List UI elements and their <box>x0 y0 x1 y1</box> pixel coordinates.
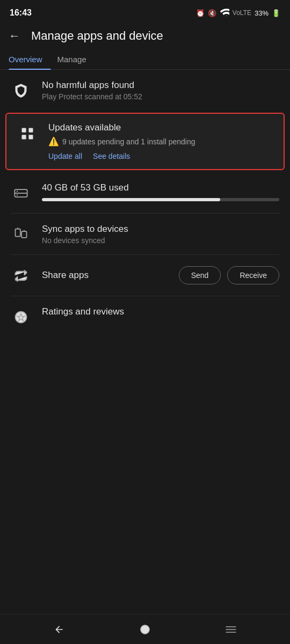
svg-rect-9 <box>16 229 20 237</box>
signal-icon: VoLTE <box>233 9 251 17</box>
play-protect-subtitle: Play Protect scanned at 05:52 <box>42 92 279 101</box>
receive-button[interactable]: Receive <box>227 266 279 284</box>
storage-content: 40 GB of 53 GB used <box>42 182 279 201</box>
battery-text: 33% <box>255 9 269 17</box>
status-icons: ⏰ 🔇 VoLTE 33% 🔋 <box>196 9 280 18</box>
svg-point-7 <box>17 191 18 192</box>
tabs-bar: Overview Manage <box>0 49 290 70</box>
storage-icon <box>11 183 31 203</box>
updates-title: Updates available <box>48 122 273 133</box>
share-icon <box>11 266 31 286</box>
updates-actions: Update all See details <box>48 152 273 160</box>
header: ← Manage apps and device <box>0 24 290 49</box>
wifi-icon <box>220 9 229 18</box>
nav-home-button[interactable] <box>136 621 154 638</box>
back-button[interactable]: ← <box>9 29 20 43</box>
sync-icon <box>11 224 31 245</box>
play-protect-content: No harmful apps found Play Protect scann… <box>42 79 279 101</box>
storage-item: 40 GB of 53 GB used <box>0 172 290 213</box>
apps-grid-icon <box>17 123 38 144</box>
play-protect-title: No harmful apps found <box>42 79 279 91</box>
warning-triangle-icon: ⚠️ <box>48 136 59 147</box>
status-time: 16:43 <box>10 8 32 18</box>
status-bar: 16:43 ⏰ 🔇 VoLTE 33% 🔋 <box>0 0 290 24</box>
svg-point-8 <box>17 194 18 195</box>
svg-point-0 <box>226 16 228 16</box>
updates-warning-row: ⚠️ 9 updates pending and 1 install pendi… <box>48 136 273 147</box>
update-all-button[interactable]: Update all <box>48 152 82 160</box>
updates-content: Updates available ⚠️ 9 updates pending a… <box>48 122 273 160</box>
updates-section: Updates available ⚠️ 9 updates pending a… <box>5 113 285 170</box>
ratings-item: Ratings and reviews <box>0 296 290 337</box>
share-apps-item: Share apps Send Receive <box>0 255 290 296</box>
sync-apps-content: Sync apps to devices No devices synced <box>42 223 279 245</box>
tab-overview[interactable]: Overview <box>9 49 51 69</box>
nav-back-button[interactable] <box>50 621 68 638</box>
send-button[interactable]: Send <box>179 266 221 284</box>
share-buttons: Send Receive <box>179 266 279 284</box>
svg-rect-3 <box>22 135 26 139</box>
shield-icon <box>11 80 31 101</box>
sync-apps-subtitle: No devices synced <box>42 236 279 245</box>
sync-apps-item: Sync apps to devices No devices synced <box>0 214 290 254</box>
svg-rect-1 <box>22 128 26 133</box>
storage-bar <box>42 198 279 201</box>
svg-rect-2 <box>28 128 33 133</box>
share-apps-title: Share apps <box>42 269 168 281</box>
star-icon <box>11 307 31 327</box>
navigation-bar <box>0 614 290 644</box>
tab-manage[interactable]: Manage <box>57 49 95 69</box>
play-protect-item: No harmful apps found Play Protect scann… <box>0 70 290 111</box>
content-area: No harmful apps found Play Protect scann… <box>0 70 290 337</box>
nav-recents-button[interactable] <box>222 621 240 638</box>
storage-title: 40 GB of 53 GB used <box>42 182 279 194</box>
share-apps-content: Share apps <box>42 269 168 281</box>
ratings-content: Ratings and reviews <box>42 306 279 318</box>
mute-icon: 🔇 <box>208 9 216 17</box>
updates-pending-text: 9 updates pending and 1 install pending <box>62 137 195 146</box>
ratings-title: Ratings and reviews <box>42 306 279 318</box>
sync-apps-title: Sync apps to devices <box>42 223 279 235</box>
alarm-icon: ⏰ <box>196 9 205 17</box>
storage-bar-fill <box>42 198 220 201</box>
battery-icon: 🔋 <box>272 9 280 17</box>
page-title: Manage apps and device <box>31 29 163 43</box>
svg-rect-14 <box>141 625 150 634</box>
see-details-button[interactable]: See details <box>93 152 130 160</box>
svg-rect-4 <box>28 135 33 139</box>
svg-rect-10 <box>21 231 26 238</box>
